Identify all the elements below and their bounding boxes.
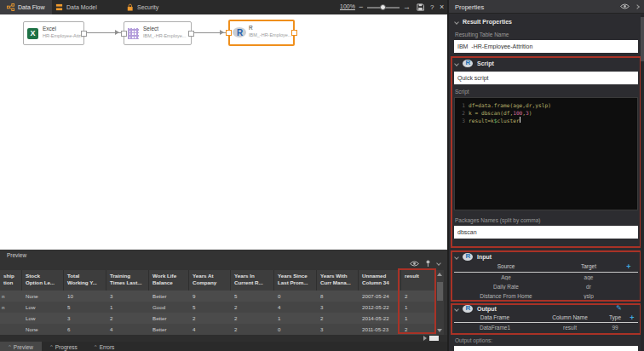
pin-icon[interactable] xyxy=(425,260,431,267)
table-cell: 4 xyxy=(106,324,149,335)
edit-output-icon[interactable]: ✎ xyxy=(616,304,622,312)
column-header: shiption xyxy=(0,270,22,291)
output-mapping-row[interactable]: DataFrame1result99 xyxy=(454,325,638,331)
input-port[interactable] xyxy=(121,31,127,37)
panel-scrollbar[interactable] xyxy=(641,14,644,351)
scroll-thumb[interactable] xyxy=(437,282,443,301)
section-chevron-icon xyxy=(454,255,459,260)
section-chevron-icon xyxy=(454,61,459,66)
target-column-header: Target xyxy=(558,263,619,270)
scroll-up-icon[interactable] xyxy=(437,273,442,276)
column-header: Years SinceLast Prom... xyxy=(274,270,317,291)
table-row: None64Better42032011-05-232 xyxy=(0,324,436,335)
column-header: Work LifeBalance xyxy=(149,270,189,291)
tab-errors[interactable]: ^ Errors xyxy=(86,342,124,351)
mapping-cell: result xyxy=(536,325,604,331)
table-cell: 3 xyxy=(317,302,359,313)
vertical-scrollbar[interactable] xyxy=(436,270,444,335)
mapping-cell: yslp xyxy=(558,293,619,299)
output-port[interactable] xyxy=(81,31,87,37)
r-logo-icon: R xyxy=(233,27,246,37)
packages-label: Packages Names (split by comma) xyxy=(455,217,540,223)
save-icon[interactable] xyxy=(417,3,424,11)
collapse-chevron-icon[interactable] xyxy=(436,261,441,266)
table-cell: 2012-05-22 xyxy=(359,302,401,313)
app-window: Data Flow Data Model Security 100% − → xyxy=(0,0,644,351)
data-model-icon xyxy=(55,3,63,11)
output-options-input[interactable] xyxy=(454,346,638,351)
help-icon[interactable]: ? xyxy=(430,3,434,11)
script-code-editor[interactable]: 1df=data.frame(age,dr,yslp)2k = dbscan(d… xyxy=(454,97,638,210)
data-flow-icon xyxy=(7,3,14,11)
horizontal-scrollbar[interactable] xyxy=(0,335,447,342)
node-r-selected[interactable]: R R IBM_-HR-Employe... xyxy=(228,20,295,46)
node-excel[interactable]: X Excel HR-Employee-Attri... xyxy=(23,21,84,45)
tab-progress[interactable]: ^ Progress xyxy=(42,342,86,351)
table-cell: 8 xyxy=(317,291,359,302)
column-header: TrainingTimes Last... xyxy=(106,270,149,291)
input-mapping-row[interactable]: Distance From Homeyslp xyxy=(454,293,638,299)
quick-script-dropdown[interactable]: Quick script ▾ xyxy=(454,72,638,84)
mapping-cell: Daily Rate xyxy=(454,284,558,290)
resulting-table-name-input[interactable] xyxy=(454,40,638,53)
node-title: Select xyxy=(143,26,158,32)
scroll-right-icon[interactable] xyxy=(423,336,427,341)
node-subtitle: IBM_-HR-Employe... xyxy=(249,32,291,37)
mapping-cell: age xyxy=(558,274,619,280)
input-mapping-row[interactable]: Daily Ratedr xyxy=(454,284,638,290)
eye-icon[interactable] xyxy=(620,3,630,9)
zoom-slider-thumb[interactable] xyxy=(380,4,386,10)
table-cell: 3 xyxy=(106,291,149,302)
input-mapping-row[interactable]: Ageage xyxy=(454,274,638,280)
scroll-thumb[interactable] xyxy=(429,336,439,341)
table-row: nLow51Good52432012-05-221 xyxy=(0,302,436,313)
table-row: nNone103Better95082007-05-242 xyxy=(0,291,436,302)
tab-data-flow[interactable]: Data Flow xyxy=(0,0,52,14)
table-cell: 1 xyxy=(274,313,317,324)
column-header: UnnamedColumn 34 xyxy=(359,270,401,291)
table-cell: 4 xyxy=(274,302,317,313)
add-input-button[interactable]: + xyxy=(619,263,638,270)
table-cell: Better xyxy=(149,313,189,324)
tab-label: Security xyxy=(137,4,158,10)
section-script[interactable]: R Script xyxy=(455,60,494,67)
code-line: 2k = dbscan(df,100,3) xyxy=(455,109,637,117)
tab-data-model[interactable]: Data Model xyxy=(49,0,104,14)
section-output[interactable]: R Output xyxy=(455,305,497,313)
column-header: TotalWorking Y... xyxy=(64,270,106,291)
tab-preview[interactable]: ^ Preview xyxy=(0,342,42,351)
table-cell: 5 xyxy=(189,302,231,313)
zoom-out-icon[interactable]: − xyxy=(359,3,363,11)
section-result-properties[interactable]: Result Properties xyxy=(455,19,512,25)
tab-security[interactable]: Security xyxy=(119,0,165,14)
eye-icon[interactable] xyxy=(410,261,419,267)
column-header: StockOption Le... xyxy=(22,270,64,291)
output-options-label: Output options: xyxy=(455,337,492,343)
packages-input[interactable] xyxy=(454,226,638,239)
scroll-down-icon[interactable] xyxy=(437,329,442,332)
output-port[interactable] xyxy=(291,30,297,36)
node-subtitle: HR-Employee-Attri... xyxy=(43,33,85,38)
tab-glyph-icon: ^ xyxy=(50,344,53,349)
table-cell: 2 xyxy=(106,313,149,324)
table-cell: 2 xyxy=(401,291,436,302)
panel-expand-icon[interactable] xyxy=(635,4,640,9)
node-title: Excel xyxy=(43,26,56,32)
add-output-button[interactable]: + xyxy=(626,314,638,321)
table-cell: 3 xyxy=(317,324,359,335)
node-select[interactable]: Select IBM_-HR-Employe... xyxy=(124,21,192,45)
section-input[interactable]: R Input xyxy=(455,253,492,261)
r-output-icon: R xyxy=(463,305,473,313)
input-port[interactable] xyxy=(226,30,232,36)
table-cell: 2011-05-23 xyxy=(359,324,401,335)
zoom-in-icon[interactable]: → xyxy=(403,3,411,11)
table-cell: 2007-05-24 xyxy=(359,291,401,302)
close-icon[interactable]: × xyxy=(440,3,444,11)
data-flow-canvas[interactable]: X Excel HR-Employee-Attri... Select IBM_… xyxy=(0,14,447,250)
table-cell: 2 xyxy=(231,302,274,313)
zoom-level[interactable]: 100% xyxy=(340,3,355,9)
table-cell: Good xyxy=(149,302,189,313)
output-port[interactable] xyxy=(188,31,194,37)
table-cell: n xyxy=(0,302,22,313)
section-label: Result Properties xyxy=(463,19,512,25)
